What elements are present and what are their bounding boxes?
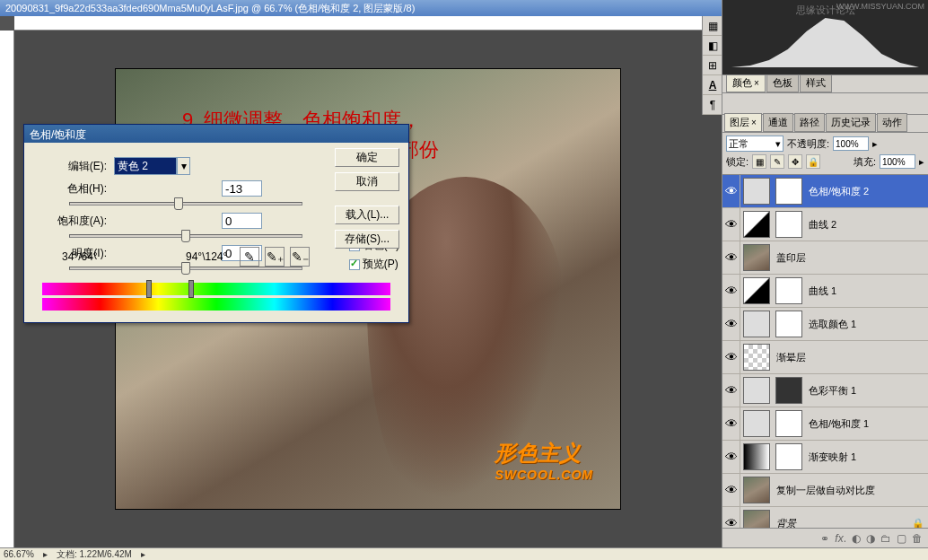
visibility-eye-icon[interactable]: 👁 (722, 241, 740, 274)
chevron-right-icon[interactable]: ▸ (919, 156, 924, 168)
adjustment-icon[interactable]: ◑ (866, 532, 875, 545)
layer-mask-thumbnail[interactable] (775, 377, 802, 404)
layers-list[interactable]: 👁色相/饱和度 2👁曲线 2👁盖印层👁曲线 1👁选取颜色 1👁渐晕层👁色彩平衡 … (722, 175, 928, 528)
layer-thumbnail[interactable] (743, 311, 770, 337)
visibility-eye-icon[interactable]: 👁 (722, 474, 740, 506)
lock-move-icon[interactable]: ✥ (788, 154, 802, 169)
layer-row[interactable]: 👁色相/饱和度 2 (722, 175, 928, 208)
mask-icon[interactable]: ◐ (852, 532, 861, 545)
layer-mask-thumbnail[interactable] (775, 211, 802, 238)
lock-paint-icon[interactable]: ✎ (770, 154, 784, 169)
opacity-input[interactable]: 100% (833, 136, 869, 151)
layer-name-label[interactable]: 曲线 2 (805, 218, 928, 232)
layer-thumbnail[interactable] (743, 277, 770, 304)
layer-mask-thumbnail[interactable] (775, 311, 802, 337)
cancel-button[interactable]: 取消 (335, 172, 399, 191)
load-button[interactable]: 载入(L)... (335, 206, 399, 224)
layer-row[interactable]: 👁渐晕层 (722, 341, 928, 374)
paragraph-tool-icon[interactable]: ¶ (703, 95, 722, 115)
trash-icon[interactable]: 🗑 (912, 532, 923, 545)
saturation-slider[interactable] (69, 234, 302, 238)
fx-icon[interactable]: fx. (835, 532, 846, 545)
lightness-slider[interactable] (69, 267, 302, 270)
saturation-input[interactable] (222, 213, 262, 229)
nav-tool-icon[interactable]: ▦ (703, 16, 722, 36)
layer-thumbnail[interactable] (743, 410, 770, 437)
layer-row[interactable]: 👁曲线 1 (722, 275, 928, 308)
visibility-eye-icon[interactable]: 👁 (722, 374, 740, 407)
fill-input[interactable]: 100% (880, 154, 915, 169)
zoom-level[interactable]: 66.67% (4, 549, 34, 559)
eyedropper-add-icon[interactable]: ✎₊ (265, 247, 285, 267)
visibility-eye-icon[interactable]: 👁 (722, 507, 740, 528)
tab-layers[interactable]: 图层× (724, 113, 762, 132)
layer-name-label[interactable]: 曲线 1 (805, 284, 928, 298)
layer-name-label[interactable]: 选取颜色 1 (805, 318, 928, 331)
layer-row[interactable]: 👁色相/饱和度 1 (722, 407, 928, 441)
blend-mode-select[interactable]: 正常▾ (726, 136, 784, 152)
text-tool-icon[interactable]: A (703, 75, 722, 95)
visibility-eye-icon[interactable]: 👁 (722, 341, 740, 373)
lock-all-icon[interactable]: 🔒 (806, 154, 820, 169)
layer-thumbnail[interactable] (743, 244, 770, 271)
layer-mask-thumbnail[interactable] (775, 443, 802, 470)
layer-name-label[interactable]: 背景 (773, 517, 912, 529)
layer-name-label[interactable]: 色彩平衡 1 (805, 384, 928, 398)
visibility-eye-icon[interactable]: 👁 (722, 407, 740, 440)
close-icon[interactable]: × (754, 78, 759, 88)
visibility-eye-icon[interactable]: 👁 (722, 308, 740, 340)
hue-slider[interactable] (69, 202, 302, 206)
layer-name-label[interactable]: 渐晕层 (773, 351, 928, 364)
layer-row[interactable]: 👁背景🔒 (722, 507, 928, 528)
tab-history[interactable]: 历史记录 (826, 113, 876, 132)
layer-thumbnail[interactable] (743, 344, 770, 371)
visibility-eye-icon[interactable]: 👁 (722, 275, 740, 307)
layer-thumbnail[interactable] (743, 510, 770, 528)
edit-combo[interactable]: 黄色 2 (114, 157, 177, 175)
layer-name-label[interactable]: 渐变映射 1 (805, 451, 928, 464)
ruler-vertical[interactable] (0, 31, 14, 547)
tab-color[interactable]: 颜色× (726, 74, 766, 92)
new-layer-icon[interactable]: ▢ (897, 532, 906, 545)
tab-channels[interactable]: 通道 (763, 113, 793, 132)
edit-combo-dropdown[interactable]: ▾ (177, 157, 190, 175)
chevron-right-icon[interactable]: ▸ (872, 138, 878, 150)
color-strip-output[interactable] (42, 298, 390, 311)
layer-row[interactable]: 👁色彩平衡 1 (722, 374, 928, 407)
tab-paths[interactable]: 路径 (794, 113, 825, 132)
nav-tool-icon[interactable]: ◧ (703, 36, 722, 56)
eyedropper-subtract-icon[interactable]: ✎₋ (290, 247, 310, 267)
layer-mask-thumbnail[interactable] (775, 410, 802, 437)
chevron-right-icon[interactable]: ▸ (141, 549, 145, 559)
layer-row[interactable]: 👁渐变映射 1 (722, 441, 928, 474)
layer-mask-thumbnail[interactable] (775, 178, 802, 205)
dialog-titlebar[interactable]: 色相/饱和度 (24, 125, 408, 143)
layer-thumbnail[interactable] (743, 211, 770, 238)
layer-thumbnail[interactable] (743, 178, 770, 205)
link-layers-icon[interactable]: ⚭ (820, 532, 829, 545)
color-strip-input[interactable] (42, 283, 390, 295)
nav-tool-icon[interactable]: ⊞ (703, 56, 722, 75)
layer-name-label[interactable]: 色相/饱和度 1 (805, 417, 928, 431)
lock-transparent-icon[interactable]: ▦ (752, 154, 766, 169)
layer-name-label[interactable]: 复制一层做自动对比度 (773, 484, 928, 497)
layer-thumbnail[interactable] (743, 377, 770, 404)
chevron-right-icon[interactable]: ▸ (43, 549, 48, 559)
hue-input[interactable] (222, 180, 262, 197)
layer-row[interactable]: 👁盖印层 (722, 241, 928, 275)
tab-styles[interactable]: 样式 (800, 74, 832, 92)
ok-button[interactable]: 确定 (335, 148, 399, 167)
folder-icon[interactable]: 🗀 (880, 532, 891, 545)
layer-row[interactable]: 👁选取颜色 1 (722, 308, 928, 341)
layer-name-label[interactable]: 色相/饱和度 2 (805, 185, 928, 198)
layer-mask-thumbnail[interactable] (775, 277, 802, 304)
visibility-eye-icon[interactable]: 👁 (722, 175, 740, 207)
eyedropper-icon[interactable]: ✎ (240, 247, 259, 267)
visibility-eye-icon[interactable]: 👁 (722, 441, 740, 473)
layer-row[interactable]: 👁曲线 2 (722, 208, 928, 241)
ruler-horizontal[interactable] (14, 16, 722, 31)
tab-swatches[interactable]: 色板 (766, 74, 799, 92)
layer-thumbnail[interactable] (743, 443, 770, 470)
preview-checkbox[interactable]: 预览(P) (349, 257, 399, 272)
layer-thumbnail[interactable] (743, 477, 770, 503)
